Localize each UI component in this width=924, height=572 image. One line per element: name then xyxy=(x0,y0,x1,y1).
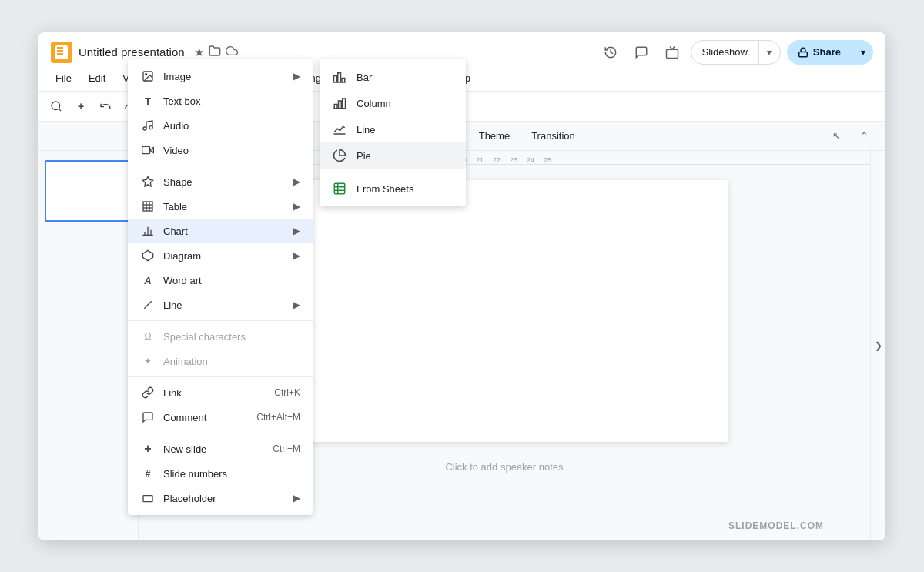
chart-column-item[interactable]: Column xyxy=(320,90,466,116)
insert-diagram-item[interactable]: Diagram ▶ xyxy=(128,243,313,268)
insert-menu: Image ▶ T Text box Audio Video xyxy=(128,59,313,515)
chart-submenu: Bar Column Line Pie xyxy=(320,59,466,206)
share-main-btn[interactable]: Share xyxy=(787,40,852,65)
insert-animation-label: Animation xyxy=(163,356,300,367)
insert-line-label: Line xyxy=(163,299,293,311)
link-shortcut: Ctrl+K xyxy=(274,387,300,398)
zoom-btn[interactable] xyxy=(45,95,68,118)
diagram-arrow-icon: ▶ xyxy=(293,250,300,261)
menu-file[interactable]: File xyxy=(48,69,79,87)
chart-pie-item[interactable]: Pie xyxy=(320,142,466,169)
shape-arrow-icon: ▶ xyxy=(293,176,300,187)
cursor-icon[interactable]: ↖ xyxy=(824,123,849,148)
insert-comment-item[interactable]: Comment Ctrl+Alt+M xyxy=(128,405,313,430)
insert-placeholder-label: Placeholder xyxy=(163,493,293,504)
chart-icon xyxy=(140,223,156,239)
insert-textbox-label: Text box xyxy=(163,95,300,107)
svg-rect-24 xyxy=(338,73,341,82)
svg-rect-27 xyxy=(334,105,337,109)
menu-edit[interactable]: Edit xyxy=(81,69,113,87)
collapse-btn[interactable]: ⌃ xyxy=(852,123,876,148)
insert-new-slide-item[interactable]: + New slide Ctrl+M xyxy=(128,437,313,461)
slide-thumbnail[interactable] xyxy=(45,160,132,222)
menu-divider-3 xyxy=(128,376,313,377)
svg-marker-10 xyxy=(142,176,152,186)
new-slide-shortcut: Ctrl+M xyxy=(273,443,300,454)
textbox-icon: T xyxy=(140,93,156,109)
insert-image-item[interactable]: Image ▶ xyxy=(128,64,313,89)
svg-rect-23 xyxy=(334,76,337,82)
bar-chart-icon xyxy=(332,69,347,85)
svg-point-5 xyxy=(146,74,147,75)
app-logo xyxy=(51,42,72,63)
insert-special-chars-item: Ω Special characters xyxy=(128,324,313,349)
insert-chart-label: Chart xyxy=(163,226,293,237)
svg-line-3 xyxy=(59,109,61,111)
speaker-notes[interactable]: Click to add speaker notes xyxy=(445,461,563,473)
watermark: SLIDEMODEL.COM xyxy=(728,520,824,531)
line-chart-icon xyxy=(332,122,347,137)
camera-btn[interactable] xyxy=(660,40,685,65)
insert-chart-item[interactable]: Chart ▶ xyxy=(128,219,313,243)
pie-chart-label: Pie xyxy=(357,150,371,162)
star-icon[interactable]: ★ xyxy=(194,45,204,59)
insert-slide-numbers-label: Slide numbers xyxy=(163,468,300,480)
column-chart-label: Column xyxy=(357,98,391,109)
placeholder-arrow-icon: ▶ xyxy=(293,493,300,503)
svg-rect-28 xyxy=(339,101,342,109)
chart-line-item[interactable]: Line xyxy=(320,116,466,142)
insert-audio-label: Audio xyxy=(163,120,300,132)
insert-video-item[interactable]: Video xyxy=(128,138,313,162)
slideshow-main-btn[interactable]: Slideshow xyxy=(691,41,758,64)
insert-slide-numbers-item[interactable]: # Slide numbers xyxy=(128,461,313,486)
wordart-icon: A xyxy=(140,273,156,288)
new-slide-icon: + xyxy=(140,441,156,457)
insert-placeholder-item[interactable]: Placeholder ▶ xyxy=(128,486,313,510)
share-dropdown-btn[interactable]: ▾ xyxy=(852,40,873,65)
insert-textbox-item[interactable]: T Text box xyxy=(128,89,313,113)
header-right: Slideshow ▾ Share ▾ xyxy=(598,40,873,65)
image-icon xyxy=(140,69,156,84)
chart-arrow-icon: ▶ xyxy=(293,226,300,236)
share-button[interactable]: Share ▾ xyxy=(787,40,873,65)
slideshow-button[interactable]: Slideshow ▾ xyxy=(691,40,781,65)
history-btn[interactable] xyxy=(598,40,623,65)
svg-rect-32 xyxy=(334,183,345,194)
zoom-in-btn[interactable]: + xyxy=(69,95,92,118)
slide-canvas[interactable] xyxy=(281,180,728,442)
folder-icon[interactable] xyxy=(209,45,221,59)
insert-special-chars-label: Special characters xyxy=(163,331,300,343)
insert-wordart-item[interactable]: A Word art xyxy=(128,268,313,293)
from-sheets-icon xyxy=(332,181,347,196)
menu-divider-4 xyxy=(128,433,313,433)
theme-btn[interactable]: Theme xyxy=(470,127,519,145)
insert-shape-item[interactable]: Shape ▶ xyxy=(128,169,313,194)
insert-new-slide-label: New slide xyxy=(163,443,266,455)
insert-audio-item[interactable]: Audio xyxy=(128,113,313,138)
video-icon xyxy=(140,142,156,158)
insert-image-label: Image xyxy=(163,71,293,82)
image-arrow-icon: ▶ xyxy=(293,71,300,82)
insert-table-item[interactable]: Table ▶ xyxy=(128,194,313,219)
slideshow-dropdown-btn[interactable]: ▾ xyxy=(758,41,780,64)
document-title[interactable]: Untitled presentation xyxy=(79,45,185,59)
chart-bar-item[interactable]: Bar xyxy=(320,64,466,90)
pie-chart-icon xyxy=(332,148,347,163)
chart-from-sheets-item[interactable]: From Sheets xyxy=(320,176,466,202)
ruler-mark: 23 xyxy=(505,156,522,164)
insert-link-item[interactable]: Link Ctrl+K xyxy=(128,380,313,405)
transition-btn[interactable]: Transition xyxy=(522,127,584,145)
cloud-icon[interactable] xyxy=(226,45,238,59)
undo-btn[interactable] xyxy=(94,95,117,118)
comment-shortcut: Ctrl+Alt+M xyxy=(256,412,300,423)
svg-line-21 xyxy=(144,301,151,308)
title-icons: ★ xyxy=(194,45,238,59)
insert-line-item[interactable]: Line ▶ xyxy=(128,293,313,317)
right-collapse-handle[interactable]: ❯ xyxy=(870,151,886,540)
insert-animation-item: ✦ Animation xyxy=(128,349,313,373)
svg-point-6 xyxy=(143,127,146,130)
comment-btn[interactable] xyxy=(629,40,654,65)
svg-marker-20 xyxy=(142,250,152,260)
placeholder-icon xyxy=(140,490,156,506)
bar-chart-label: Bar xyxy=(357,72,372,83)
